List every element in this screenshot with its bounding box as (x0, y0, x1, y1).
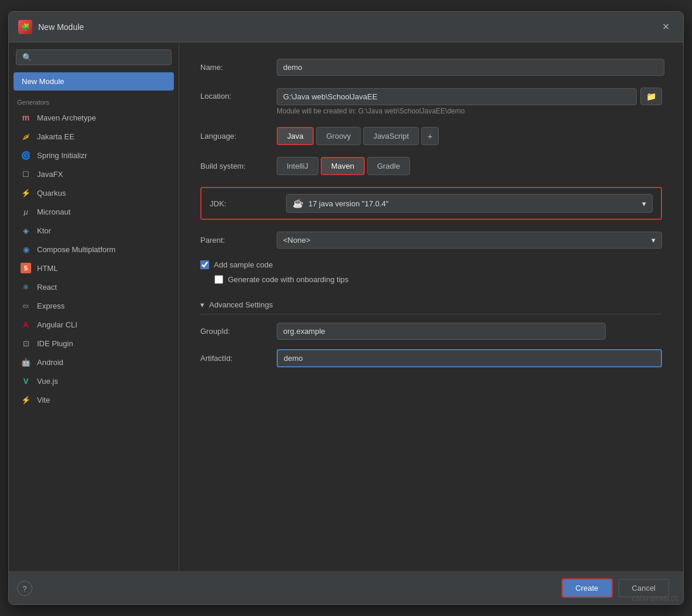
sidebar-item-label: IDE Plugin (37, 339, 73, 348)
browse-folder-button[interactable]: 📁 (640, 88, 662, 105)
sidebar-item-react[interactable]: ⚛ React (12, 278, 175, 296)
cancel-button[interactable]: Cancel (619, 579, 669, 597)
generate-code-row: Generate code with onboarding tips (200, 275, 662, 284)
sidebar-item-angular[interactable]: A Angular CLI (12, 316, 175, 333)
search-input[interactable] (35, 53, 165, 62)
location-hint: Module will be created in: G:\Java web\S… (277, 107, 662, 115)
help-button[interactable]: ? (17, 581, 32, 596)
name-control (277, 59, 664, 76)
jakarta-icon: 🌶 (21, 131, 31, 142)
sidebar-item-html[interactable]: 5 HTML (12, 259, 175, 277)
dialog-title: New Module (38, 22, 657, 32)
advanced-settings-header[interactable]: ▾ Advanced Settings (200, 300, 662, 314)
quarkus-icon: ⚡ (21, 188, 31, 198)
sidebar-item-label: Jakarta EE (37, 132, 75, 141)
language-groovy-button[interactable]: Groovy (316, 127, 361, 145)
location-control: 📁 Module will be created in: G:\Java web… (277, 88, 662, 115)
watermark: CSDN @PABLO1 (632, 595, 678, 602)
sidebar-item-label: JavaFX (37, 170, 63, 179)
sidebar-item-spring[interactable]: 🌀 Spring Initializr (12, 146, 175, 164)
artifactid-row: ArtifactId: (200, 349, 662, 367)
location-input[interactable] (277, 88, 637, 105)
sidebar-item-ide[interactable]: ⊡ IDE Plugin (12, 334, 175, 352)
generators-label: Generators (9, 95, 179, 108)
language-btn-group: Java Groovy JavaScript + (277, 127, 439, 145)
language-javascript-button[interactable]: JavaScript (363, 127, 419, 145)
generate-code-label[interactable]: Generate code with onboarding tips (228, 275, 348, 284)
checkboxes-section: Add sample code Generate code with onboa… (200, 260, 662, 290)
title-bar: 🧩 New Module ✕ (9, 12, 683, 42)
sidebar-item-vite[interactable]: ⚡ Vite (12, 391, 175, 409)
ktor-icon: ◈ (21, 225, 31, 236)
name-input[interactable] (277, 59, 664, 76)
react-icon: ⚛ (21, 282, 31, 292)
sidebar-item-label: Vue.js (37, 377, 58, 386)
search-box[interactable]: 🔍 (16, 49, 172, 65)
sidebar-item-express[interactable]: ex Express (12, 297, 175, 314)
sidebar-item-label: Micronaut (37, 207, 70, 216)
add-sample-code-checkbox[interactable] (200, 260, 209, 269)
vue-icon: V (21, 376, 31, 386)
sidebar-item-maven[interactable]: m Maven Archetype (12, 109, 175, 126)
sidebar-item-ktor[interactable]: ◈ Ktor (12, 222, 175, 239)
add-sample-code-row: Add sample code (200, 260, 662, 269)
groupid-input[interactable] (277, 323, 606, 340)
parent-dropdown-arrow: ▾ (651, 236, 656, 245)
location-label: Location: (200, 88, 277, 101)
language-label: Language: (200, 132, 277, 140)
build-btn-group: IntelliJ Maven Gradle (277, 157, 410, 175)
sidebar-item-jakarta[interactable]: 🌶 Jakarta EE (12, 128, 175, 145)
sidebar-item-compose[interactable]: ◉ Compose Multiplatform (12, 240, 175, 258)
parent-label: Parent: (200, 236, 277, 245)
sidebar-item-label: Quarkus (37, 189, 66, 197)
footer: Create Cancel (9, 571, 683, 604)
groupid-row: GroupId: (200, 323, 662, 340)
jdk-icon: ☕ (293, 198, 304, 209)
language-add-button[interactable]: + (421, 127, 439, 145)
location-row: Location: 📁 Module will be created in: G… (200, 88, 662, 115)
micronaut-icon: μ (21, 206, 31, 217)
name-row: Name: (200, 59, 662, 76)
jdk-label: JDK: (210, 199, 286, 208)
parent-select[interactable]: <None> ▾ (277, 232, 662, 249)
javafx-icon: ☐ (21, 169, 31, 179)
sidebar-item-quarkus[interactable]: ⚡ Quarkus (12, 184, 175, 202)
jdk-select[interactable]: ☕ 17 java version "17.0.4" ▾ (286, 194, 653, 213)
build-maven-button[interactable]: Maven (321, 157, 365, 175)
sidebar-item-android[interactable]: 🤖 Android (12, 353, 175, 371)
sidebar-item-javafx[interactable]: ☐ JavaFX (12, 165, 175, 183)
spring-icon: 🌀 (21, 150, 31, 160)
new-module-sidebar-button[interactable]: New Module (14, 72, 174, 91)
advanced-settings-label: Advanced Settings (209, 300, 273, 309)
artifactid-label: ArtifactId: (200, 354, 277, 363)
sidebar-item-vue[interactable]: V Vue.js (12, 372, 175, 390)
location-wrap: 📁 (277, 88, 662, 105)
new-module-dialog: 🧩 New Module ✕ 🔍 New Module Generators m… (8, 11, 684, 605)
generate-code-checkbox[interactable] (214, 275, 223, 284)
angular-icon: A (21, 319, 31, 330)
sidebar-item-label: Compose Multiplatform (37, 245, 116, 254)
add-sample-code-label[interactable]: Add sample code (214, 260, 273, 269)
artifactid-input[interactable] (278, 350, 661, 366)
close-button[interactable]: ✕ (657, 19, 674, 35)
jdk-select-inner: ☕ 17 java version "17.0.4" (293, 198, 388, 209)
ide-icon: ⊡ (21, 338, 31, 349)
sidebar-item-label: Angular CLI (37, 320, 78, 329)
parent-value: <None> (283, 236, 310, 245)
language-java-button[interactable]: Java (277, 127, 314, 145)
build-intellij-button[interactable]: IntelliJ (277, 157, 318, 175)
html-icon: 5 (21, 263, 31, 273)
sidebar-item-label: Spring Initializr (37, 151, 87, 160)
create-button[interactable]: Create (562, 578, 613, 598)
sidebar: 🔍 New Module Generators m Maven Archetyp… (9, 42, 179, 571)
maven-icon: m (21, 112, 31, 123)
sidebar-item-label: Express (37, 302, 65, 310)
sidebar-item-label: Maven Archetype (37, 113, 96, 122)
sidebar-item-micronaut[interactable]: μ Micronaut (12, 203, 175, 220)
sidebar-item-label: HTML (37, 264, 58, 273)
language-row: Language: Java Groovy JavaScript + (200, 127, 662, 145)
dialog-icon: 🧩 (18, 20, 32, 34)
search-icon: 🔍 (22, 53, 32, 62)
build-gradle-button[interactable]: Gradle (367, 157, 410, 175)
sidebar-item-label: Android (37, 358, 63, 367)
